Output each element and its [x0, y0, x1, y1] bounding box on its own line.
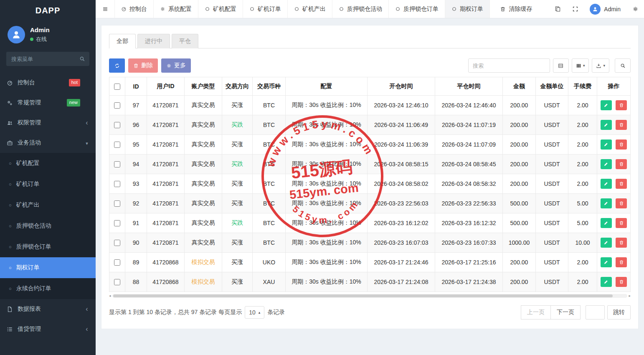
delete-row-button[interactable] [616, 179, 627, 189]
cell-amount-unit: USDT [536, 155, 568, 174]
more-button[interactable]: 更多 [161, 58, 191, 73]
cell-checkbox [109, 213, 125, 233]
cell-config: 周期：30s 收益比例：10% [286, 233, 368, 253]
edit-button[interactable] [601, 100, 612, 110]
topnav-tab[interactable]: 系统配置 [154, 0, 198, 18]
select-all-checkbox[interactable] [114, 84, 120, 90]
row-checkbox[interactable] [114, 122, 120, 128]
docs-button[interactable] [549, 0, 566, 18]
edit-button[interactable] [601, 257, 612, 267]
filter-tab[interactable]: 进行中 [137, 34, 170, 48]
topnav-tab[interactable]: 矿机产出 [288, 0, 332, 18]
row-checkbox[interactable] [114, 240, 120, 246]
topnav-tab[interactable]: 质押锁仓订单 [389, 0, 445, 18]
toolbar-button[interactable]: ▾ [572, 58, 589, 73]
delete-row-button[interactable] [616, 120, 627, 130]
pencil-icon [603, 103, 609, 108]
sidebar-subitem[interactable]: ○ 矿机产出 [0, 195, 96, 216]
sidebar-item[interactable]: 常规管理 new [0, 93, 96, 113]
sidebar-item[interactable]: 控制台 hot [0, 73, 96, 93]
topnav-tab[interactable]: 期权订单 [445, 0, 490, 18]
row-checkbox[interactable] [114, 259, 120, 266]
pencil-icon [603, 240, 609, 245]
filter-tab[interactable]: 全部 [109, 34, 136, 48]
scrollbar-thumb[interactable] [113, 294, 613, 297]
avatar[interactable] [8, 26, 25, 43]
sidebar-subitem[interactable]: ○ 质押锁仓活动 [0, 216, 96, 236]
toolbar-button[interactable]: ▾ [592, 58, 609, 73]
sidebar-item[interactable]: 权限管理 [0, 113, 96, 133]
cell-account-type: 模拟交易 [185, 272, 222, 292]
cell-fee: 2.00 [568, 115, 597, 135]
sidebar-item[interactable]: 借贷管理 [0, 319, 96, 339]
cell-fee: 5.00 [568, 213, 597, 233]
cell-open-time: 2026-03-23 16:07:03 [368, 233, 435, 253]
sidebar-subitem[interactable]: ○ 永续合约订单 [0, 278, 96, 299]
cell-fee: 2.00 [568, 272, 597, 292]
cell-amount: 200.00 [503, 96, 536, 115]
sidebar-subitem[interactable]: ○ 矿机订单 [0, 174, 96, 195]
user-icon [11, 30, 21, 40]
row-checkbox[interactable] [114, 102, 120, 109]
fullscreen-icon [572, 6, 578, 12]
fullscreen-button[interactable] [566, 0, 584, 18]
sidebar-item[interactable]: 数据报表 [0, 299, 96, 319]
table-search-input[interactable] [468, 58, 550, 73]
top-navbar: 控制台 系统配置 矿机配置 矿机订单 矿机产出 质押锁仓活动 质押锁仓订单 期权… [96, 0, 644, 18]
clear-cache-button[interactable]: 清除缓存 [493, 5, 539, 13]
row-checkbox[interactable] [114, 142, 120, 148]
cell-direction: 买涨 [222, 174, 253, 194]
topnav-tab[interactable]: 质押锁仓活动 [332, 0, 389, 18]
delete-row-button[interactable] [616, 198, 627, 208]
delete-row-button[interactable] [616, 277, 627, 287]
jump-button[interactable]: 跳转 [607, 305, 631, 320]
refresh-button[interactable] [109, 58, 125, 73]
records-summary: 显示第 1 到第 10 条记录，总共 97 条记录 每页显示 10 ▴ 条记录 [109, 306, 285, 319]
edit-button[interactable] [601, 218, 612, 228]
delete-row-button[interactable] [616, 139, 627, 150]
prev-page-button[interactable]: 上一页 [521, 305, 551, 320]
sidebar-item[interactable]: 业务活动 [0, 133, 96, 153]
delete-row-button[interactable] [616, 218, 627, 228]
admin-menu[interactable]: Admin [584, 4, 626, 15]
sidebar-subitem[interactable]: ○ 质押锁仓订单 [0, 236, 96, 257]
cell-checkbox [109, 155, 125, 174]
next-page-button[interactable]: 下一页 [550, 305, 581, 320]
delete-row-button[interactable] [616, 238, 627, 248]
page-size-dropdown[interactable]: 10 ▴ [245, 306, 264, 319]
topnav-tab[interactable]: 控制台 [115, 0, 154, 18]
toolbar-button[interactable] [615, 58, 631, 73]
cell-close-time: 2026-03-17 21:25:16 [435, 253, 503, 272]
settings-button[interactable] [626, 0, 644, 18]
row-checkbox[interactable] [114, 279, 120, 285]
edit-button[interactable] [601, 198, 612, 208]
topnav-tab[interactable]: 矿机订单 [243, 0, 288, 18]
sidebar-toggle-button[interactable] [96, 0, 115, 18]
edit-button[interactable] [601, 120, 612, 130]
row-checkbox[interactable] [114, 181, 120, 187]
edit-button[interactable] [601, 277, 612, 287]
filter-tab[interactable]: 平仓 [172, 34, 198, 48]
jump-page-input[interactable] [586, 305, 605, 320]
sidebar-subitem[interactable]: ○ 矿机配置 [0, 153, 96, 174]
delete-row-button[interactable] [616, 100, 627, 110]
topnav-tab[interactable]: 矿机配置 [198, 0, 243, 18]
toolbar-button[interactable] [553, 58, 569, 73]
row-checkbox[interactable] [114, 220, 120, 226]
edit-button[interactable] [601, 238, 612, 248]
edit-button[interactable] [601, 159, 612, 169]
row-checkbox[interactable] [114, 200, 120, 207]
sidebar-subitem[interactable]: ○ 期权订单 [0, 257, 96, 278]
pencil-icon [603, 279, 609, 284]
delete-row-button[interactable] [616, 257, 627, 267]
edit-button[interactable] [601, 179, 612, 189]
edit-button[interactable] [601, 139, 612, 150]
delete-row-button[interactable] [616, 159, 627, 169]
cell-coin: BTC [253, 155, 286, 174]
sidebar-search-input[interactable] [6, 52, 89, 66]
cell-config: 周期：30s 收益比例：10% [286, 135, 368, 155]
delete-button[interactable]: 删除 [128, 58, 158, 73]
horizontal-scrollbar[interactable]: ◂ ▸ [109, 294, 631, 298]
cell-amount-unit: USDT [536, 233, 568, 253]
row-checkbox[interactable] [114, 161, 120, 167]
